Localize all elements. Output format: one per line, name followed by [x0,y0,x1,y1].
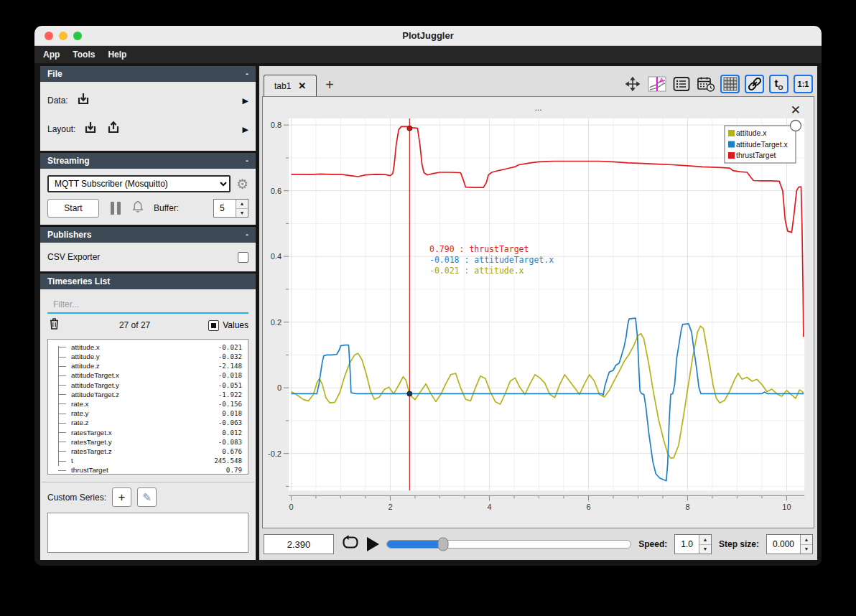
buffer-spinbox[interactable]: 5 ▲▼ [213,199,248,218]
data-menu-arrow-icon[interactable]: ▶ [243,96,248,106]
legend-handle[interactable] [791,121,801,131]
step-up-icon[interactable]: ▲ [801,535,812,545]
collapse-publishers-icon[interactable]: - [246,230,248,240]
sidebar: File - Data: ▶ Layout: [40,66,256,560]
timeseries-item[interactable]: ratesTarget.z0.676 [54,447,245,456]
grid-layout-icon[interactable] [720,75,740,93]
menubar: AppToolsHelp [34,46,822,63]
buffer-up-icon[interactable]: ▲ [236,200,248,209]
svg-text:0.6: 0.6 [271,187,282,195]
pan-move-icon[interactable] [623,75,642,93]
series-value: 0.018 [222,409,245,417]
csv-exporter-checkbox[interactable] [238,252,248,263]
menu-app[interactable]: App [43,50,60,60]
plot-area[interactable]: 0246810-0.200.20.40.60.8 0.790 : thrustT… [263,114,814,528]
file-section-header[interactable]: File - [40,66,256,82]
values-checkbox[interactable] [208,320,219,331]
timeseries-toolbar: 27 of 27 Values [40,314,256,337]
ratio-one-to-one-icon[interactable]: 1:1 [794,75,813,93]
speed-up-icon[interactable]: ▲ [699,535,711,545]
series-name: ratesTarget.x [71,429,112,437]
csv-exporter-row: CSV Exporter [40,243,256,271]
tab-tab1[interactable]: tab1 ✕ [264,75,317,96]
menu-tools[interactable]: Tools [73,50,95,60]
timeseries-item[interactable]: attitudeTarget.y-0.051 [54,380,245,389]
series-count: 27 of 27 [61,320,208,330]
streaming-source-select[interactable]: MQTT Subscriber (Mosquitto) [47,175,231,192]
timeseries-section-header[interactable]: Timeseries List [40,274,256,289]
pause-icon[interactable] [111,202,121,215]
list-view-icon[interactable] [671,75,691,93]
delete-trash-icon[interactable] [47,317,61,334]
streaming-settings-gear-icon[interactable]: ⚙ [236,176,248,192]
series-value: -2.148 [218,362,245,370]
series-value: -1.922 [218,391,245,398]
svg-text:-0.2: -0.2 [268,449,282,458]
plot-svg[interactable]: 0246810-0.200.20.40.60.8 0.790 : thrustT… [263,114,806,515]
timeseries-item[interactable]: rate.x-0.156 [54,399,245,409]
streaming-section-header[interactable]: Streaming - [40,153,256,169]
series-name: rate.z [71,419,89,426]
timeseries-item[interactable]: attitudeTarget.z-1.922 [54,390,245,399]
loop-icon[interactable] [341,534,360,554]
timeseries-item[interactable]: attitude.y-0.032 [54,352,245,361]
buffer-label: Buffer: [154,203,179,213]
timeseries-section: Timeseries List 27 of 27 Values [40,274,256,560]
filter-input[interactable] [47,297,248,314]
time-offset-icon[interactable]: tO [769,75,788,93]
svg-text:8: 8 [685,503,689,511]
step-size-spinbox[interactable]: 0.000 ▲▼ [766,534,813,554]
timeseries-item[interactable]: ratesTarget.y-0.083 [54,437,245,447]
collapse-file-icon[interactable]: - [246,69,248,79]
timeseries-item[interactable]: ratesTarget.x0.012 [54,427,245,437]
series-value: 245.548 [214,457,245,465]
add-tab-button[interactable]: + [325,77,334,93]
import-data-icon[interactable] [75,91,91,110]
slider-knob[interactable] [438,538,449,551]
speed-down-icon[interactable]: ▼ [699,545,711,554]
publishers-section-header[interactable]: Publishers - [40,227,256,243]
timeseries-item[interactable]: t245.548 [54,456,245,465]
timeseries-item[interactable]: attitude.x-0.021 [54,342,245,352]
legend-label-attitude.x[interactable]: attitude.x [736,129,767,137]
timeseries-item[interactable]: rate.y0.018 [54,409,245,418]
window-title: PlotJuggler [34,30,822,41]
svg-text:2: 2 [388,503,392,511]
custom-series-listbox[interactable] [47,513,248,553]
add-custom-series-button[interactable]: + [112,487,131,507]
play-button[interactable] [367,537,379,551]
timeseries-item[interactable]: attitudeTarget.x-0.018 [54,370,245,380]
menu-help[interactable]: Help [108,50,126,60]
plot-title[interactable]: ... [263,97,814,114]
collapse-streaming-icon[interactable]: - [246,156,248,166]
tab-close-icon[interactable]: ✕ [298,80,306,91]
time-slider[interactable] [386,540,631,549]
series-name: ratesTarget.y [71,438,112,446]
datetime-icon[interactable] [696,75,715,93]
curve-tracker-icon[interactable]: A [647,75,666,93]
timeseries-item[interactable]: thrustTarget0.79 [54,465,245,475]
layout-label: Layout: [47,124,75,134]
series-name: rate.x [71,400,89,408]
edit-custom-series-button[interactable]: ✎ [137,487,157,507]
series-value: -0.051 [218,381,245,389]
import-layout-icon[interactable] [83,120,98,139]
legend-label-thrustTarget[interactable]: thrustTarget [736,151,776,159]
link-axes-icon[interactable] [745,75,764,93]
timeseries-listbox[interactable]: attitude.x-0.021attitude.y-0.032attitude… [47,339,248,475]
legend-label-attitudeTarget.x[interactable]: attitudeTarget.x [736,140,788,149]
series-value: 0.676 [222,447,245,455]
layout-menu-arrow-icon[interactable]: ▶ [243,125,248,134]
start-button[interactable]: Start [47,199,99,218]
custom-series-label: Custom Series: [47,493,106,503]
export-layout-icon[interactable] [106,120,121,139]
timeseries-item[interactable]: rate.z-0.063 [54,418,245,427]
timeseries-item[interactable]: attitude.z-2.148 [54,361,245,370]
notifications-bell-icon[interactable] [131,200,145,217]
plot-close-icon[interactable]: ✕ [791,104,801,116]
buffer-down-icon[interactable]: ▼ [236,209,248,218]
step-down-icon[interactable]: ▼ [801,545,812,554]
time-value-field[interactable]: 2.390 [264,534,334,554]
svg-text:0: 0 [289,503,293,511]
speed-spinbox[interactable]: 1.0 ▲▼ [674,534,712,554]
